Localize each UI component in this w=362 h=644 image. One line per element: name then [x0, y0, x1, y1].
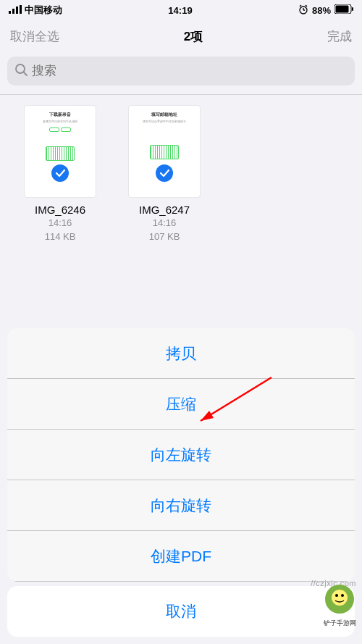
svg-point-19	[341, 594, 344, 597]
action-sheet: 拷贝 压缩 向左旋转 向右旋转 创建PDF	[7, 328, 355, 582]
action-create-pdf[interactable]: 创建PDF	[7, 531, 355, 582]
watermark-logo-icon: 铲子手游网	[321, 581, 358, 628]
action-rotate-left[interactable]: 向左旋转	[7, 430, 355, 480]
action-copy[interactable]: 拷贝	[7, 328, 355, 379]
svg-point-17	[332, 590, 348, 606]
action-sheet-backdrop: 拷贝 压缩 向左旋转 向右旋转 创建PDF 取消	[0, 0, 362, 644]
watermark-label: 铲子手游网	[321, 619, 358, 628]
svg-point-18	[335, 594, 338, 597]
cancel-button[interactable]: 取消	[7, 586, 355, 637]
action-compress[interactable]: 压缩	[7, 379, 355, 430]
action-rotate-right[interactable]: 向右旋转	[7, 480, 355, 531]
